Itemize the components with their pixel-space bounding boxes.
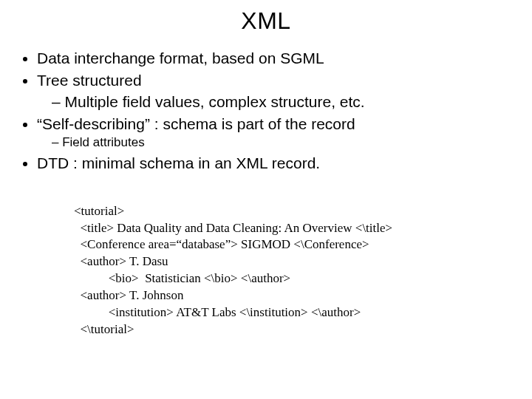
bullet-text: Tree structured: [37, 72, 142, 89]
code-block: <tutorial> <title> Data Quality and Data…: [74, 186, 511, 355]
code-line: <author> T. Dasu: [74, 254, 168, 268]
sub-bullet-item: Multiple field values, complex structure…: [52, 92, 511, 112]
bullet-item: “Self-describing” : schema is part of th…: [37, 114, 511, 151]
sub-bullet-list: Multiple field values, complex structure…: [37, 92, 511, 112]
code-line: <bio> Statistician <\bio> <\author>: [74, 271, 290, 285]
slide: XML Data interchange format, based on SG…: [0, 0, 532, 399]
code-line: <\tutorial>: [74, 322, 134, 336]
code-line: <author> T. Johnson: [74, 288, 183, 302]
bullet-item: Tree structured Multiple field values, c…: [37, 70, 511, 112]
code-line: <tutorial>: [74, 204, 124, 218]
bullet-item: Data interchange format, based on SGML: [37, 48, 511, 69]
bullet-text: “Self-describing” : schema is part of th…: [37, 115, 355, 132]
sub-bullet-list: Field attributes: [37, 134, 511, 151]
code-line: <title> Data Quality and Data Cleaning: …: [74, 221, 392, 235]
slide-title: XML: [21, 7, 511, 35]
code-line: <institution> AT&T Labs <\institution> <…: [74, 305, 361, 319]
bullet-list: Data interchange format, based on SGML T…: [21, 48, 511, 174]
code-line: <Conference area=“database”> SIGMOD <\Co…: [74, 237, 369, 251]
bullet-item: DTD : minimal schema in an XML record.: [37, 153, 511, 174]
sub-bullet-item: Field attributes: [52, 134, 511, 151]
